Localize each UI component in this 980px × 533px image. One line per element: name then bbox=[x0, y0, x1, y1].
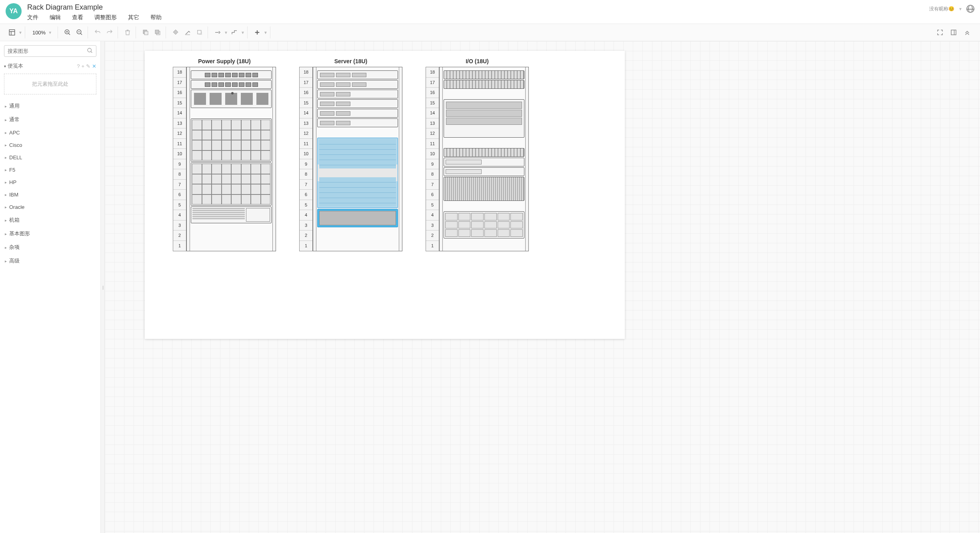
delete-button[interactable] bbox=[122, 27, 133, 38]
rack-unit-label: 18 bbox=[426, 67, 439, 78]
menu-edit[interactable]: 编辑 bbox=[50, 14, 61, 21]
fan-tray-device[interactable] bbox=[191, 90, 272, 108]
server-1u-device[interactable] bbox=[317, 99, 398, 108]
fill-color-button[interactable] bbox=[170, 27, 181, 38]
scratchpad-add-icon[interactable]: + bbox=[81, 63, 84, 69]
shape-category[interactable]: Oracle bbox=[0, 201, 100, 213]
waypoint-dropdown-icon[interactable]: ▼ bbox=[241, 30, 245, 35]
menu-arrange[interactable]: 调整图形 bbox=[94, 14, 117, 21]
shape-category[interactable]: 高级 bbox=[0, 254, 100, 268]
shape-category[interactable]: 通用 bbox=[0, 99, 100, 113]
rack-unit-label: 9 bbox=[173, 159, 186, 170]
rack-unit-label: 2 bbox=[173, 230, 186, 241]
rack-unit-label: 6 bbox=[173, 190, 186, 200]
user-dropdown-icon[interactable]: ▼ bbox=[958, 7, 962, 11]
search-shapes-input[interactable] bbox=[4, 45, 96, 57]
server-1u-device[interactable] bbox=[317, 80, 398, 89]
svg-rect-13 bbox=[155, 30, 159, 34]
menu-help[interactable]: 帮助 bbox=[150, 14, 162, 21]
shape-category[interactable]: 基本图形 bbox=[0, 227, 100, 240]
ups-device[interactable] bbox=[191, 206, 272, 223]
format-panel-button[interactable] bbox=[948, 27, 959, 38]
router-device[interactable] bbox=[444, 158, 524, 166]
scratchpad-edit-icon[interactable]: ✎ bbox=[86, 63, 90, 69]
pdu-device[interactable] bbox=[191, 70, 272, 79]
layout-dropdown-icon[interactable]: ▼ bbox=[18, 30, 22, 35]
search-icon[interactable] bbox=[87, 47, 93, 55]
document-title[interactable]: Rack Diagram Example bbox=[27, 3, 924, 12]
connection-dropdown-icon[interactable]: ▼ bbox=[224, 30, 228, 35]
shape-category[interactable]: 杂项 bbox=[0, 240, 100, 254]
redo-button[interactable] bbox=[104, 27, 115, 38]
rack[interactable]: Power Supply (18U)1817161514131211109876… bbox=[173, 58, 276, 251]
shape-category[interactable]: Cisco bbox=[0, 139, 100, 151]
server-1u-device[interactable] bbox=[317, 109, 398, 118]
storage-device[interactable] bbox=[444, 211, 524, 238]
switch-device[interactable] bbox=[444, 99, 524, 138]
diagram-page[interactable]: Power Supply (18U)1817161514131211109876… bbox=[145, 51, 625, 339]
shape-category[interactable]: 通常 bbox=[0, 113, 100, 126]
rack-unit-label: 8 bbox=[426, 169, 439, 180]
rack-unit-label: 10 bbox=[173, 149, 186, 159]
add-dropdown-icon[interactable]: ▼ bbox=[264, 30, 268, 35]
rack-unit-label: 1 bbox=[173, 241, 186, 251]
shape-categories: 通用通常APCCiscoDELLF5HPIBMOracle机箱基本图形杂项高级 bbox=[0, 99, 100, 268]
rack[interactable]: I/O (18U)181716151413121110987654321 bbox=[426, 58, 529, 251]
rack-unit-label: 14 bbox=[300, 108, 312, 118]
patch-panel-device[interactable] bbox=[444, 70, 524, 79]
user-nickname[interactable]: 没有昵称😊 bbox=[929, 6, 954, 12]
rack-unit-label: 13 bbox=[426, 118, 439, 129]
rack-unit-label: 7 bbox=[300, 180, 312, 190]
rack-unit-label: 16 bbox=[173, 88, 186, 98]
scratchpad-close-icon[interactable]: ✕ bbox=[92, 63, 96, 69]
shape-category[interactable]: 机箱 bbox=[0, 213, 100, 227]
server-1u-device[interactable] bbox=[317, 70, 398, 79]
waypoint-button[interactable] bbox=[229, 27, 240, 38]
shape-category[interactable]: HP bbox=[0, 176, 100, 188]
zoom-selector[interactable]: 100%▼ bbox=[29, 30, 55, 36]
router-device[interactable] bbox=[444, 167, 524, 176]
rack-unit-label: 2 bbox=[300, 230, 312, 241]
to-front-button[interactable] bbox=[140, 27, 151, 38]
shape-category[interactable]: DELL bbox=[0, 151, 100, 164]
server-1u-device[interactable] bbox=[317, 118, 398, 127]
scratchpad-drop-zone[interactable]: 把元素拖至此处 bbox=[4, 74, 96, 94]
globe-icon[interactable] bbox=[966, 5, 974, 13]
rack[interactable]: Server (18U)181716151413121110987654321 bbox=[299, 58, 402, 251]
battery-grid-device[interactable] bbox=[191, 118, 272, 162]
scratchpad-title: 便笺本 bbox=[8, 62, 23, 70]
scratchpad-help-icon[interactable]: ? bbox=[77, 63, 80, 69]
to-back-button[interactable] bbox=[152, 27, 163, 38]
pdu-device[interactable] bbox=[191, 80, 272, 89]
zoom-out-button[interactable] bbox=[74, 27, 85, 38]
menu-file[interactable]: 文件 bbox=[27, 14, 38, 21]
shape-category[interactable]: APC bbox=[0, 126, 100, 139]
vent-panel-device[interactable] bbox=[444, 177, 524, 201]
connection-button[interactable] bbox=[212, 27, 223, 38]
zoom-in-button[interactable] bbox=[62, 27, 73, 38]
user-avatar[interactable]: YA bbox=[6, 3, 22, 19]
patch-panel-device[interactable] bbox=[444, 80, 524, 89]
layout-button[interactable] bbox=[6, 27, 18, 38]
fullscreen-button[interactable] bbox=[934, 27, 946, 38]
shape-category[interactable]: F5 bbox=[0, 164, 100, 176]
chevron-down-icon[interactable]: ▾ bbox=[4, 64, 6, 68]
battery-grid-device[interactable] bbox=[191, 162, 272, 206]
rack-unit-label: 12 bbox=[173, 128, 186, 139]
shadow-button[interactable] bbox=[194, 27, 205, 38]
shape-category[interactable]: IBM bbox=[0, 188, 100, 201]
undo-button[interactable] bbox=[92, 27, 103, 38]
collapse-button[interactable] bbox=[962, 27, 973, 38]
menu-other[interactable]: 其它 bbox=[128, 14, 139, 21]
menu-view[interactable]: 查看 bbox=[72, 14, 83, 21]
canvas[interactable]: Power Supply (18U)1817161514131211109876… bbox=[105, 41, 980, 533]
patch-panel-device[interactable] bbox=[444, 148, 524, 157]
line-color-button[interactable] bbox=[182, 27, 193, 38]
rack-unit-label: 14 bbox=[426, 108, 439, 118]
server-tray-device[interactable] bbox=[317, 209, 398, 227]
add-button[interactable] bbox=[252, 27, 263, 38]
sidebar-splitter[interactable] bbox=[101, 41, 105, 533]
rack-unit-label: 5 bbox=[300, 200, 312, 210]
server-1u-device[interactable] bbox=[317, 90, 398, 98]
blade-chassis-device[interactable] bbox=[317, 138, 398, 208]
